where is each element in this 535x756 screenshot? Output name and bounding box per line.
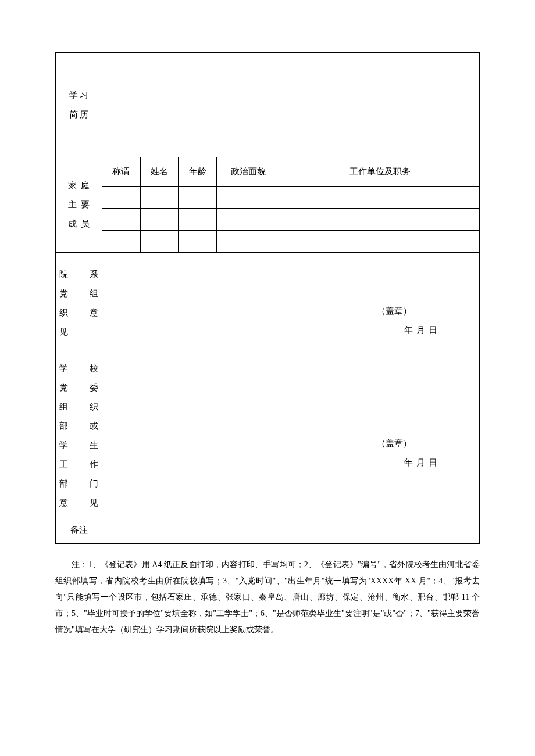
remark-content [102,517,480,544]
school-stamp: （盖章） [106,434,476,453]
family-cell [217,209,280,231]
family-label: 家 庭主 要成 员 [56,157,102,253]
dept-opinion-label: 院系党组织意见 [56,253,102,354]
family-cell [179,187,217,209]
family-cell [280,231,480,253]
family-header-age: 年龄 [179,157,217,187]
family-header-name: 姓名 [140,157,179,187]
family-cell [179,231,217,253]
family-cell [102,187,141,209]
dept-stamp: （盖章） [106,302,476,321]
study-resume-content [102,53,480,157]
remark-row: 备注 [56,517,480,544]
school-opinion-content: （盖章） 年月日 [102,354,480,517]
family-header-political: 政治面貌 [217,157,280,187]
study-resume-row: 学 习 简 历 [56,53,480,157]
family-cell [217,187,280,209]
remark-label: 备注 [56,517,102,544]
dept-opinion-row: 院系党组织意见 （盖章） 年月日 [56,253,480,354]
dept-date: 年月日 [106,321,476,340]
school-date: 年月日 [106,453,476,472]
school-opinion-label: 学校党委组织部或学生工作部门意见 [56,354,102,517]
family-cell [280,209,480,231]
registration-form-table: 学 习 简 历 家 庭主 要成 员 称谓 姓名 年龄 政治面貌 工作单位及职务 … [55,52,480,544]
footnotes: 注：1、《登记表》用 A4 纸正反面打印，内容打印、手写均可；2、《登记表》"编… [55,557,480,638]
family-cell [102,231,141,253]
family-header-row: 家 庭主 要成 员 称谓 姓名 年龄 政治面貌 工作单位及职务 [56,157,480,187]
family-cell [102,209,141,231]
family-cell [217,231,280,253]
dept-opinion-content: （盖章） 年月日 [102,253,480,354]
family-row-3 [56,231,480,253]
family-cell [140,209,179,231]
family-row-2 [56,209,480,231]
family-cell [140,231,179,253]
family-header-work: 工作单位及职务 [280,157,480,187]
family-cell [280,187,480,209]
family-row-1 [56,187,480,209]
family-cell [179,209,217,231]
family-cell [140,187,179,209]
study-resume-label: 学 习 简 历 [56,53,102,157]
family-header-relation: 称谓 [102,157,141,187]
school-opinion-row: 学校党委组织部或学生工作部门意见 （盖章） 年月日 [56,354,480,517]
